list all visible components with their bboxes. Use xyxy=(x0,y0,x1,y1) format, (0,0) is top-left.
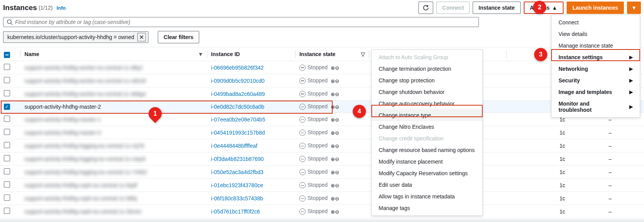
instance-id-link[interactable]: i-0499bad8a2c60a489 xyxy=(211,91,265,97)
col-alarm[interactable] xyxy=(507,48,556,61)
table-row[interactable]: support-activity-hhdhg-master-1i-07eea0b… xyxy=(0,113,644,126)
row-checkbox[interactable] xyxy=(4,155,10,161)
refresh-button[interactable] xyxy=(419,2,433,14)
alarm-status xyxy=(507,101,556,113)
state-zoom-icons[interactable]: ⊕⊖ xyxy=(331,78,339,84)
row-checkbox[interactable] xyxy=(4,181,10,188)
actions-menu-monitor[interactable]: Monitor and troubleshoot▶ xyxy=(552,98,640,116)
state-zoom-icons[interactable]: ⊕⊖ xyxy=(331,169,339,175)
clear-filters-button[interactable]: Clear filters xyxy=(158,31,199,43)
state-zoom-icons[interactable]: ⊕⊖ xyxy=(331,156,339,162)
instances-table: Name▼ Instance ID Instance state▽ Instan… xyxy=(0,48,644,218)
table-row[interactable]: support-activity-hhdhg-ceph-eu-central-1… xyxy=(0,179,644,192)
submenu-change-instance-type[interactable]: Change instance type xyxy=(372,109,482,121)
instance-state-button[interactable]: Instance state xyxy=(473,2,520,14)
actions-menu-security[interactable]: Security▶ xyxy=(552,75,640,86)
state-zoom-icons[interactable]: ⊕⊖ xyxy=(331,196,339,202)
row-checkbox[interactable] xyxy=(4,116,10,122)
state-zoom-icons[interactable]: ⊕⊖ xyxy=(331,104,339,110)
row-checkbox[interactable] xyxy=(4,168,10,174)
instance-name: support-activity-hhdhg-logging-eu-centra… xyxy=(24,143,144,149)
instance-name: support-activity-hhdhg-master-0 xyxy=(24,130,101,136)
table-row[interactable]: support-activity-hhdhg-logging-eu-centra… xyxy=(0,152,644,166)
instance-name: support-activity-hhdhg-ceph-eu-central-1… xyxy=(24,182,137,188)
row-checkbox[interactable] xyxy=(4,64,10,70)
availability-zone: 1c xyxy=(556,179,605,192)
col-name[interactable]: Name▼ xyxy=(20,48,207,61)
filter-chip-remove[interactable] xyxy=(137,33,146,41)
table-row[interactable]: support-activity-hhdhg-logging-eu-centra… xyxy=(0,139,644,152)
instance-id-link[interactable]: i-05d761bc17ff0f2c6 xyxy=(211,208,260,215)
instance-id-link[interactable]: i-0454191993c157b8d xyxy=(211,130,265,136)
table-row[interactable]: support-activity-hhdhg-ceph-eu-central-1… xyxy=(0,192,644,205)
submenu-allow-tags-metadata[interactable]: Allow tags in instance metadata xyxy=(372,191,482,202)
row-checkbox[interactable] xyxy=(4,77,10,83)
table-row[interactable]: support-activity-hhdhg-worker-eu-central… xyxy=(0,61,644,74)
instance-id-link[interactable]: i-0e4448448bffffeaf xyxy=(211,143,258,149)
row-checkbox[interactable] xyxy=(4,195,10,201)
row-checkbox[interactable] xyxy=(4,104,10,110)
instance-id-link[interactable]: i-01ebc1923f43780ce xyxy=(211,182,263,188)
submenu-edit-user-data[interactable]: Edit user data xyxy=(372,179,482,191)
availability-zone: 1c xyxy=(556,126,605,139)
state-zoom-icons[interactable]: ⊕⊖ xyxy=(331,130,339,136)
instance-id-link[interactable]: i-07eea0b2e08e704b5 xyxy=(211,116,265,123)
select-all-checkbox[interactable] xyxy=(4,52,10,58)
state-zoom-icons[interactable]: ⊕⊖ xyxy=(331,209,339,215)
alarm-status xyxy=(507,113,556,126)
state-zoom-icons[interactable]: ⊕⊖ xyxy=(331,65,339,71)
submenu-stop-protection[interactable]: Change stop protection xyxy=(372,75,482,86)
submenu-termination-protection[interactable]: Change termination protection xyxy=(372,63,482,75)
actions-menu-networking[interactable]: Networking▶ xyxy=(552,63,640,75)
table-row[interactable]: support-activity-hhdhg-master-2i-0e0d82c… xyxy=(0,101,644,113)
horizontal-scrollbar[interactable] xyxy=(0,219,644,222)
submenu-instance-placement[interactable]: Modify instance placement xyxy=(372,156,482,167)
state-zoom-icons[interactable]: ⊕⊖ xyxy=(331,183,339,188)
actions-menu-image-templates[interactable]: Image and templates▶ xyxy=(552,86,640,98)
actions-menu-view-details[interactable]: View details xyxy=(552,28,640,40)
availability-zone: 1c xyxy=(556,139,605,152)
table-row[interactable]: support-activity-hhdhg-ceph-eu-central-1… xyxy=(0,205,644,218)
table-row[interactable]: support-activity-hhdhg-worker-eu-central… xyxy=(0,87,644,101)
submenu-shutdown-behavior[interactable]: Change shutdown behavior xyxy=(372,86,482,98)
table-row[interactable]: support-activity-hhdhg-logging-eu-centra… xyxy=(0,166,644,179)
instance-id-link[interactable]: i-06696eb95b826f342 xyxy=(211,65,264,71)
alarm-status xyxy=(507,205,556,218)
sort-icon: ▼ xyxy=(198,51,203,57)
state-zoom-icons[interactable]: ⊕⊖ xyxy=(331,143,339,149)
table-row[interactable]: support-activity-hhdhg-worker-eu-central… xyxy=(0,74,644,87)
stopped-icon xyxy=(299,156,306,162)
actions-menu-instance-settings[interactable]: Instance settings▶ xyxy=(552,51,640,63)
row-checkbox[interactable] xyxy=(4,208,10,214)
actions-menu-manage-state[interactable]: Manage instance state xyxy=(552,40,640,51)
table-row[interactable]: support-activity-hhdhg-master-0i-0454191… xyxy=(0,126,644,139)
state-zoom-icons[interactable]: ⊕⊖ xyxy=(331,117,339,123)
launch-instances-caret[interactable]: ▼ xyxy=(627,2,641,14)
info-link[interactable]: Info xyxy=(56,5,66,11)
col-instance-state[interactable]: Instance state▽ xyxy=(296,48,369,61)
chevron-right-icon: ▶ xyxy=(629,66,633,72)
launch-instances-button[interactable]: Launch instances xyxy=(567,2,624,14)
instance-id-link[interactable]: i-0909d0b5c92010cd0 xyxy=(211,78,265,84)
search-input[interactable] xyxy=(15,19,475,25)
connect-button: Connect xyxy=(436,2,470,14)
row-checkbox[interactable] xyxy=(4,129,10,135)
submenu-capacity-reservation[interactable]: Modify Capacity Reservation settings xyxy=(372,167,482,179)
row-checkbox[interactable] xyxy=(4,90,10,96)
col-instance-id[interactable]: Instance ID xyxy=(207,48,296,61)
submenu-resource-naming[interactable]: Change resource based naming options xyxy=(372,144,482,156)
submenu-auto-recovery[interactable]: Change auto-recovery behavior xyxy=(372,98,482,109)
alarm-status xyxy=(507,166,556,179)
row-checkbox[interactable] xyxy=(4,142,10,148)
instance-id-link[interactable]: i-0f3da4b8231b87690 xyxy=(211,156,264,162)
submenu-nitro-enclaves[interactable]: Change Nitro Enclaves xyxy=(372,121,482,133)
search-box[interactable] xyxy=(3,17,479,27)
state-zoom-icons[interactable]: ⊕⊖ xyxy=(331,91,339,97)
public-ip: – xyxy=(605,179,644,192)
instance-state-label: Instance state xyxy=(478,5,514,11)
instance-id-link[interactable]: i-0e0d82c7dc50c6a0b xyxy=(211,104,265,110)
instance-id-link[interactable]: i-06f180c833c57438b xyxy=(211,195,263,202)
actions-menu-connect[interactable]: Connect xyxy=(552,17,640,28)
instance-id-link[interactable]: i-050e52ac3a4d2fbd3 xyxy=(211,169,263,175)
submenu-manage-tags[interactable]: Manage tags xyxy=(372,202,482,214)
